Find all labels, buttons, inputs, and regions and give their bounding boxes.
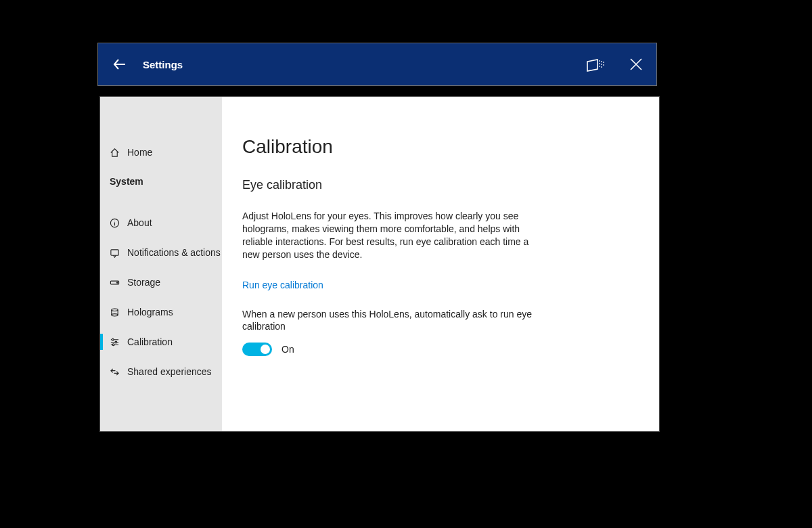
back-arrow-icon	[112, 56, 128, 72]
close-icon	[629, 58, 643, 71]
close-button[interactable]	[616, 43, 656, 86]
section-heading: Eye calibration	[242, 178, 632, 192]
content-pane: Calibration Eye calibration Adjust HoloL…	[222, 97, 659, 431]
shared-icon	[110, 367, 127, 377]
sidebar-item-home[interactable]: Home	[100, 137, 222, 167]
storage-icon	[110, 278, 127, 288]
section-description: Adjust HoloLens for your eyes. This impr…	[242, 210, 533, 261]
back-button[interactable]	[98, 43, 141, 86]
sidebar-item-label: Shared experiences	[127, 366, 212, 377]
sidebar-item-storage[interactable]: Storage	[100, 267, 222, 297]
svg-rect-1	[111, 249, 118, 255]
svg-point-7	[115, 341, 117, 343]
sidebar-item-shared[interactable]: Shared experiences	[100, 357, 222, 387]
window-follow-icon	[587, 57, 604, 72]
toggle-description: When a new person uses this HoloLens, au…	[242, 308, 533, 334]
run-calibration-link[interactable]: Run eye calibration	[242, 280, 323, 290]
holograms-icon	[110, 307, 127, 317]
app-title: Settings	[143, 59, 183, 70]
sidebar-item-label: Storage	[127, 277, 160, 288]
follow-me-button[interactable]	[575, 43, 616, 86]
sidebar-item-label: Notifications & actions	[127, 247, 221, 258]
sidebar-item-label: About	[127, 217, 152, 228]
title-bar: Settings	[97, 43, 657, 86]
sidebar-item-notifications[interactable]: Notifications & actions	[100, 238, 222, 267]
settings-window: Home System About Notifications & action…	[99, 96, 660, 432]
svg-point-4	[112, 309, 118, 311]
sidebar-group-system: System	[100, 167, 222, 196]
svg-point-8	[112, 343, 114, 345]
sidebar-item-label: Holograms	[127, 307, 173, 317]
svg-point-5	[112, 313, 118, 315]
page-heading: Calibration	[242, 136, 632, 158]
info-icon	[110, 218, 127, 228]
calibration-icon	[110, 337, 127, 347]
home-icon	[110, 148, 127, 158]
sidebar-item-about[interactable]: About	[100, 208, 222, 238]
toggle-knob	[261, 345, 270, 354]
sidebar-item-calibration[interactable]: Calibration	[100, 327, 222, 357]
sidebar-item-holograms[interactable]: Holograms	[100, 297, 222, 327]
sidebar: Home System About Notifications & action…	[100, 97, 222, 431]
toggle-state-label: On	[281, 344, 294, 355]
sidebar-group-label: System	[110, 176, 143, 187]
sidebar-item-label: Calibration	[127, 336, 173, 347]
notifications-icon	[110, 248, 127, 258]
svg-point-6	[112, 338, 114, 340]
auto-ask-toggle[interactable]	[242, 343, 272, 356]
sidebar-item-label: Home	[127, 147, 152, 158]
svg-point-3	[117, 282, 118, 283]
